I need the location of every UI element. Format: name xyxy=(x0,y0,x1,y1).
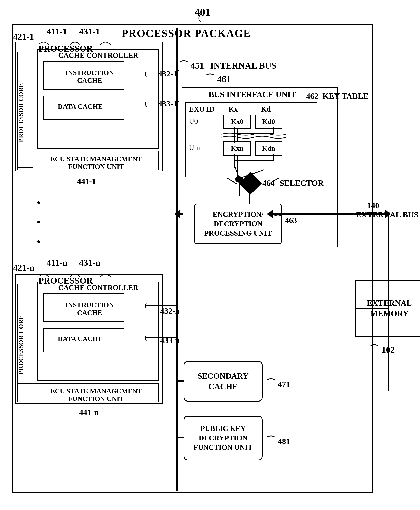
line-dcn-bus xyxy=(146,337,178,338)
conn-mark-dc1: ) xyxy=(145,99,147,107)
data-cache-box-1: DATA CACHE xyxy=(43,96,124,120)
key-table-label: 462 KEY TABLE xyxy=(306,91,368,101)
kx0-cell: Kx0 xyxy=(224,115,251,129)
line-bus-sec-cache xyxy=(178,380,184,382)
bus-interface-label: BUS INTERFACE UNIT xyxy=(209,90,296,99)
line-sel-enc xyxy=(249,191,250,204)
label-463: ⌒ 463 xyxy=(273,213,297,226)
line-sel-to-enc xyxy=(239,181,240,196)
kt-row-u0: U0 xyxy=(189,117,198,126)
line-kd0-to-sel-h xyxy=(234,133,274,134)
label-441-n: 441-n xyxy=(79,408,98,417)
public-key-label: PUBLIC KEY DECRYPTION FUNCTION UNIT xyxy=(184,424,262,452)
label-481: ⌒ 481 xyxy=(266,434,290,448)
cache-controller-label-1: CACHE CONTROLLER xyxy=(58,51,138,60)
curve-431-1 xyxy=(100,39,111,46)
arrow-enc-left xyxy=(174,210,180,218)
cache-controller-box-1: CACHE CONTROLLER INSTRUCTION CACHE DATA … xyxy=(37,50,159,149)
ecu-box-1: ECU STATE MANAGEMENT FUNCTION UNIT xyxy=(17,151,159,170)
enc-dec-box: ENCRYPTION/ DECRYPTION PROCESSING UNIT xyxy=(195,204,282,244)
line-icn-bus xyxy=(146,305,178,306)
internal-bus-line xyxy=(176,28,178,491)
processor-package-label: PROCESSOR PACKAGE xyxy=(122,27,251,39)
line-bus-pub-key xyxy=(178,437,184,438)
key-table-box: EXU ID Kx Kd U0 Kx0 Kd0 Um Kxn Kdn xyxy=(185,102,317,177)
line-kdn-down xyxy=(269,156,269,178)
instruction-cache-box-n: INSTRUCTION CACHE xyxy=(43,293,124,322)
label-421-n: 421-n xyxy=(13,262,35,273)
kt-col-kd: Kd xyxy=(261,105,271,113)
ecu-label-n: ECU STATE MANAGEMENT FUNCTION UNIT xyxy=(34,387,158,403)
data-cache-box-n: DATA CACHE xyxy=(43,328,124,352)
label-451-curve: ⌒ xyxy=(179,59,189,72)
label-461-curve: ⌒ 461 xyxy=(205,72,231,86)
line-kd0-down xyxy=(269,129,269,142)
tick-dc1 xyxy=(176,101,179,102)
label-421-1: 421-1 xyxy=(13,31,34,42)
secondary-cache-box: SECONDARY CACHE xyxy=(184,361,263,402)
label-441-1: 441-1 xyxy=(77,176,96,186)
label-411-n: 411-n xyxy=(47,257,68,268)
svg-line-1 xyxy=(239,166,264,179)
kd0-cell: Kd0 xyxy=(255,115,282,129)
kxn-cell: Kxn xyxy=(224,141,251,156)
label-451: 451 xyxy=(191,60,204,71)
diagram: 401 PROCESSOR PACKAGE ⌒ 451 INTERNAL BUS… xyxy=(0,0,420,510)
label-432-1: 432-1 xyxy=(158,69,177,78)
conn-mark-dcn: ) xyxy=(145,333,147,341)
curve-411-1 xyxy=(70,39,80,46)
processor-core-label-1: PROCESSOR CORE xyxy=(17,83,32,142)
cache-controller-box-n: CACHE CONTROLLER INSTRUCTION CACHE DATA … xyxy=(37,282,159,381)
label-102: ⌒ 102 xyxy=(369,343,395,356)
curve-401 xyxy=(195,14,207,22)
line-kdn-to-sel-h xyxy=(234,160,274,161)
curve-421-1 xyxy=(38,39,49,46)
line-ic1-bus xyxy=(146,73,178,73)
label-461: 461 xyxy=(217,74,231,84)
processor-core-label-n: PROCESSOR CORE xyxy=(17,315,32,374)
ecu-box-n: ECU STATE MANAGEMENT FUNCTION UNIT xyxy=(17,383,159,402)
wavy-lines-svg xyxy=(221,131,286,141)
curve-431-n xyxy=(100,272,111,278)
data-cache-label-n: DATA CACHE xyxy=(58,335,103,343)
tick-ic1 xyxy=(176,70,179,71)
tick-icn xyxy=(176,303,179,303)
kdn-cell: Kdn xyxy=(255,141,282,156)
instruction-cache-label-n: INSTRUCTION CACHE xyxy=(56,301,123,316)
tick-dcn xyxy=(176,335,179,335)
line-kd0-to-sel-v1 xyxy=(273,127,274,134)
converge-svg xyxy=(223,166,264,182)
instruction-cache-label-1: INSTRUCTION CACHE xyxy=(56,69,123,84)
cache-controller-label-n: CACHE CONTROLLER xyxy=(58,283,138,292)
label-433-1: 433-1 xyxy=(158,99,177,108)
label-140: 140 xyxy=(367,201,379,210)
processor-box-n: PROCESSOR PROCESSOR CORE CACHE CONTROLLE… xyxy=(15,274,163,404)
label-431-1: 431-1 xyxy=(79,26,100,37)
kt-row-um: Um xyxy=(189,143,200,152)
kt-col-exuid: EXU ID xyxy=(189,105,214,113)
data-cache-label-1: DATA CACHE xyxy=(58,103,103,111)
label-431-n: 431-n xyxy=(79,257,100,268)
dots-separator: ... xyxy=(37,188,42,247)
label-411-1: 411-1 xyxy=(47,26,67,37)
line-kx0-to-sel xyxy=(234,127,235,142)
conn-mark-icn: ) xyxy=(145,301,147,310)
arrow-enc-right-left xyxy=(267,210,273,218)
kt-col-kx: Kx xyxy=(229,105,238,113)
label-external-bus: EXTERNAL BUS xyxy=(356,210,418,219)
processor-box-1: PROCESSOR PROCESSOR CORE CACHE CONTROLLE… xyxy=(15,42,163,171)
line-extmem-bus xyxy=(355,308,389,309)
public-key-box: PUBLIC KEY DECRYPTION FUNCTION UNIT xyxy=(184,416,263,460)
line-kdn-to-sel-v xyxy=(273,154,274,161)
line-dc1-bus xyxy=(146,103,178,103)
instruction-cache-box-1: INSTRUCTION CACHE xyxy=(43,61,124,90)
secondary-cache-label: SECONDARY CACHE xyxy=(184,371,262,392)
curve-421-n xyxy=(38,272,49,278)
conn-mark-ic1: ) xyxy=(145,69,147,77)
line-kx0-down xyxy=(237,129,238,142)
label-471: ⌒ 471 xyxy=(266,377,290,390)
label-432-n: 432-n xyxy=(160,306,180,316)
ecu-label-1: ECU STATE MANAGEMENT FUNCTION UNIT xyxy=(34,155,158,171)
internal-bus-text: INTERNAL BUS xyxy=(210,60,276,71)
curve-411-n xyxy=(70,272,80,278)
